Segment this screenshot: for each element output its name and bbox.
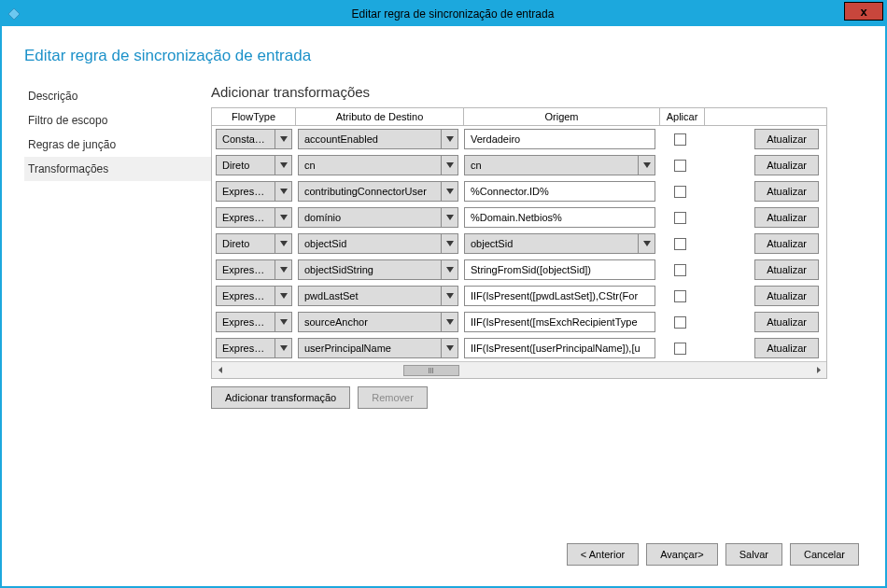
- origin-input[interactable]: Verdadeiro: [464, 129, 655, 149]
- apply-checkbox[interactable]: [674, 290, 686, 302]
- svg-marker-18: [446, 319, 454, 325]
- attribute-value: domínio: [299, 212, 441, 223]
- chevron-down-icon: [638, 234, 655, 253]
- origin-input[interactable]: %Domain.Netbios%: [464, 207, 655, 228]
- flowtype-select[interactable]: Expressão: [216, 338, 292, 358]
- origin-input[interactable]: IIF(IsPresent([pwdLastSet]),CStr(For: [464, 286, 655, 306]
- next-button[interactable]: Avançar>: [646, 543, 718, 566]
- apply-checkbox[interactable]: [674, 316, 686, 329]
- save-button[interactable]: Salvar: [725, 543, 782, 566]
- svg-marker-4: [446, 162, 454, 168]
- horizontal-scrollbar[interactable]: [212, 361, 826, 378]
- apply-checkbox[interactable]: [674, 264, 686, 276]
- scroll-right-arrow[interactable]: [810, 362, 826, 378]
- apply-checkbox[interactable]: [674, 238, 686, 250]
- below-buttons: Adicionar transformação Remover: [211, 386, 863, 409]
- flowtype-select[interactable]: Direto: [216, 155, 292, 175]
- update-button[interactable]: Atualizar: [754, 312, 819, 332]
- table-row: ExpressãouserPrincipalNameIIF(IsPresent(…: [212, 335, 826, 361]
- update-button[interactable]: Atualizar: [754, 286, 819, 306]
- svg-marker-2: [446, 136, 454, 142]
- update-button[interactable]: Atualizar: [754, 155, 819, 175]
- section-title: Adicionar transformações: [211, 84, 863, 100]
- origin-input[interactable]: IIF(IsPresent([userPrincipalName]),[u: [464, 338, 655, 358]
- origin-input[interactable]: StringFromSid([objectSid]): [464, 259, 655, 280]
- svg-marker-0: [8, 8, 20, 20]
- apply-checkbox-wrap: [661, 316, 698, 329]
- attribute-select[interactable]: objectSid: [298, 233, 458, 254]
- svg-marker-20: [446, 345, 454, 351]
- flowtype-select[interactable]: Expressão: [216, 259, 292, 280]
- attribute-select[interactable]: accountEnabled: [298, 129, 458, 149]
- svg-marker-8: [280, 215, 288, 220]
- update-button[interactable]: Atualizar: [754, 233, 819, 254]
- apply-checkbox[interactable]: [674, 160, 686, 172]
- origin-select[interactable]: cn: [464, 155, 655, 175]
- origin-input[interactable]: %Connector.ID%: [464, 181, 655, 202]
- svg-marker-14: [446, 267, 454, 273]
- attribute-select[interactable]: userPrincipalName: [298, 338, 458, 358]
- chevron-down-icon: [441, 313, 458, 331]
- origin-select[interactable]: objectSid: [464, 233, 655, 254]
- chevron-down-icon: [275, 130, 291, 148]
- origin-input[interactable]: IIF(IsPresent([msExchRecipientType: [464, 312, 655, 332]
- attribute-value: userPrincipalName: [299, 343, 441, 354]
- table-row: DiretoobjectSidobjectSidAtualizar: [212, 231, 826, 257]
- sidebar-item-transformations[interactable]: Transformações: [24, 157, 211, 181]
- attribute-value: cn: [299, 160, 441, 171]
- flowtype-value: Expressão: [217, 212, 275, 223]
- attribute-select[interactable]: domínio: [298, 207, 458, 228]
- sidebar-item-scope-filter[interactable]: Filtro de escopo: [24, 108, 211, 133]
- flowtype-select[interactable]: Constante: [216, 129, 292, 149]
- flowtype-value: Expressão: [217, 186, 275, 197]
- update-button[interactable]: Atualizar: [754, 129, 819, 149]
- flowtype-select[interactable]: Expressão: [216, 181, 292, 202]
- apply-checkbox[interactable]: [674, 212, 686, 224]
- sidebar-item-description[interactable]: Descrição: [24, 84, 211, 108]
- flowtype-select[interactable]: Expressão: [216, 312, 292, 332]
- action-cell: Atualizar: [704, 312, 823, 332]
- table-row: ConstanteaccountEnabledVerdadeiroAtualiz…: [212, 126, 826, 152]
- table-row: DiretocncnAtualizar: [212, 152, 826, 178]
- col-apply: Aplicar: [660, 108, 705, 125]
- flowtype-select[interactable]: Direto: [216, 233, 292, 254]
- flowtype-value: Direto: [217, 160, 275, 171]
- update-button[interactable]: Atualizar: [754, 259, 819, 280]
- chevron-down-icon: [441, 208, 458, 227]
- cancel-button[interactable]: Cancelar: [790, 543, 859, 566]
- chevron-down-icon: [275, 234, 291, 253]
- flowtype-select[interactable]: Expressão: [216, 286, 292, 306]
- sidebar-item-join-rules[interactable]: Regras de junção: [24, 133, 211, 157]
- scroll-thumb[interactable]: [403, 365, 459, 376]
- add-transformation-button[interactable]: Adicionar transformação: [211, 386, 350, 409]
- attribute-select[interactable]: contributingConnectorUser: [298, 181, 458, 202]
- attribute-value: contributingConnectorUser: [299, 186, 441, 197]
- svg-marker-19: [280, 345, 288, 351]
- apply-checkbox[interactable]: [674, 343, 686, 355]
- table-row: ExpressãosourceAnchorIIF(IsPresent([msEx…: [212, 309, 826, 335]
- update-button[interactable]: Atualizar: [754, 181, 819, 202]
- attribute-select[interactable]: sourceAnchor: [298, 312, 458, 332]
- previous-button[interactable]: < Anterior: [567, 543, 639, 566]
- scroll-left-arrow[interactable]: [212, 362, 229, 378]
- remove-button[interactable]: Remover: [358, 386, 428, 409]
- attribute-select[interactable]: pwdLastSet: [298, 286, 458, 306]
- update-button[interactable]: Atualizar: [754, 207, 819, 228]
- attribute-select[interactable]: objectSidString: [298, 259, 458, 280]
- apply-checkbox[interactable]: [674, 133, 686, 146]
- chevron-down-icon: [441, 339, 458, 357]
- apply-checkbox-wrap: [661, 212, 698, 224]
- apply-checkbox[interactable]: [674, 186, 686, 198]
- titlebar: Editar regra de sincronização de entrada…: [2, 2, 885, 26]
- scroll-track[interactable]: [229, 362, 810, 378]
- attribute-value: objectSid: [299, 238, 441, 249]
- chevron-down-icon: [275, 260, 291, 279]
- col-action: [705, 108, 826, 125]
- close-button[interactable]: x: [844, 2, 883, 21]
- update-button[interactable]: Atualizar: [754, 338, 819, 358]
- flowtype-value: Direto: [217, 238, 275, 249]
- svg-marker-5: [643, 162, 651, 168]
- flowtype-select[interactable]: Expressão: [216, 207, 292, 228]
- svg-marker-17: [280, 319, 288, 325]
- attribute-select[interactable]: cn: [298, 155, 458, 175]
